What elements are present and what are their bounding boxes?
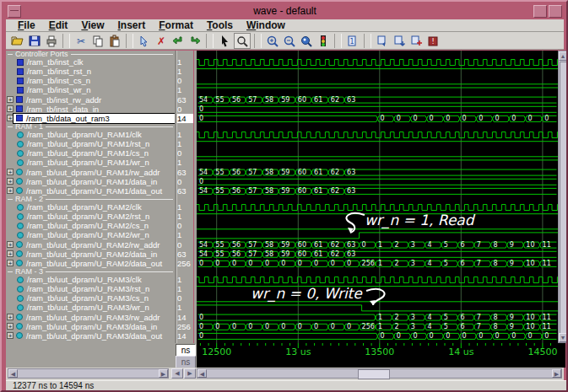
signal-row[interactable]: /ram_tb/uut_dpram/U_RAM2/clk — [6, 202, 175, 212]
signal-row[interactable]: /ram_tb/inst_rst_n — [6, 67, 175, 76]
add-cursor-icon[interactable] — [137, 34, 152, 48]
zoom-out-icon[interactable] — [282, 34, 297, 48]
scroll-down-icon[interactable]: ▼ — [559, 333, 567, 342]
signal-name: /ram_tb/uut_dpram/U_RAM2/clk — [27, 202, 142, 212]
svg-text:0: 0 — [544, 115, 549, 122]
time-ruler[interactable]: 1250013 us1350014 us14500 — [197, 343, 565, 356]
scroll-right-icon[interactable]: ▶ — [159, 369, 168, 378]
vscroll-thumb[interactable] — [560, 62, 568, 334]
signal-row[interactable]: /ram_tb/inst_wr_n — [6, 85, 175, 94]
waveform-canvas[interactable]: 5455565758596061626300000000000005455565… — [197, 51, 558, 343]
group-divider: Controller Ports — [8, 51, 173, 57]
save-icon[interactable] — [27, 34, 42, 48]
expand-icon[interactable]: + — [7, 169, 14, 175]
signal-row[interactable]: +/ram_tb/uut_dpram/U_RAM3/data_in — [6, 322, 175, 331]
svg-text:8: 8 — [493, 323, 497, 330]
menu-window[interactable]: Window — [240, 19, 292, 31]
svg-text:0: 0 — [413, 115, 417, 122]
expand-icon[interactable]: + — [7, 105, 14, 112]
annotation-text: wr_n = 0, Write — [251, 285, 363, 303]
copy-icon[interactable] — [90, 34, 105, 48]
expand-icon[interactable]: + — [7, 115, 14, 121]
zoom-mode-icon[interactable] — [234, 33, 251, 49]
print-icon[interactable] — [44, 34, 59, 48]
expand-icon[interactable]: + — [7, 314, 14, 320]
expand-icon[interactable]: + — [7, 260, 14, 266]
names-horizontal-scrollbar[interactable]: ◀ ▶ — [8, 368, 169, 379]
expand-icon[interactable]: + — [7, 323, 14, 330]
menu-view[interactable]: View — [74, 19, 111, 31]
open-icon[interactable] — [10, 34, 25, 48]
maximize-button[interactable] — [549, 5, 562, 18]
signal-row[interactable]: /ram_tb/uut_dpram/U_RAM2/rst_n — [6, 212, 175, 221]
expand-icon[interactable]: + — [7, 96, 14, 103]
expand-icon[interactable]: + — [7, 187, 14, 194]
signal-value: 256 — [177, 259, 193, 268]
scroll-up-icon[interactable]: ▲ — [559, 51, 567, 61]
title-bar[interactable]: wave - default — [6, 3, 564, 19]
scroll-right-icon[interactable]: ▶ — [552, 369, 561, 378]
signal-row[interactable]: +/ram_tb/inst_data_in — [6, 105, 175, 114]
pane-shrink-icon[interactable]: ◀ — [171, 368, 183, 379]
scroll-left-icon[interactable]: ◀ — [197, 369, 207, 378]
find-next-transition-icon[interactable] — [187, 34, 203, 48]
signal-row[interactable]: /ram_tb/uut_dpram/U_RAM1/clk — [6, 130, 175, 139]
run-all-icon[interactable] — [408, 34, 424, 48]
signal-row[interactable]: +/ram_tb/uut_dpram/U_RAM2/data_in — [6, 250, 175, 259]
svg-text:62: 62 — [331, 187, 339, 195]
cut-icon[interactable]: ✂ — [73, 34, 89, 48]
break-icon[interactable]: ! — [425, 34, 441, 48]
signal-row[interactable]: +/ram_tb/uut_dpram/U_RAM3/data_out — [6, 331, 175, 341]
signal-name-panel[interactable]: Controller Ports/ram_tb/inst_clk/ram_tb/… — [6, 51, 175, 343]
signal-row[interactable]: /ram_tb/uut_dpram/U_RAM3/wr_n — [6, 303, 175, 312]
menu-file[interactable]: File — [11, 19, 42, 31]
signal-row[interactable]: /ram_tb/uut_dpram/U_RAM1/rst_n — [6, 139, 175, 148]
signal-name: /ram_tb/uut_dpram/U_RAM3/cs_n — [27, 293, 149, 303]
signal-row[interactable]: /ram_tb/uut_dpram/U_RAM2/cs_n — [6, 221, 175, 230]
signal-row[interactable]: /ram_tb/uut_dpram/U_RAM3/clk — [6, 275, 175, 284]
zoom-in-icon[interactable] — [265, 34, 280, 48]
signal-row[interactable]: /ram_tb/inst_clk — [6, 57, 175, 67]
expand-icon[interactable]: + — [7, 241, 14, 248]
svg-text:0: 0 — [248, 260, 252, 267]
signal-row[interactable]: /ram_tb/uut_dpram/U_RAM1/wr_n — [6, 158, 175, 167]
expand-icon[interactable]: + — [7, 332, 14, 339]
signal-row[interactable]: /ram_tb/uut_dpram/U_RAM3/cs_n — [6, 293, 175, 303]
signal-row[interactable]: /ram_tb/uut_dpram/U_RAM3/rst_n — [6, 284, 175, 293]
paste-icon[interactable] — [107, 34, 122, 48]
menu-format[interactable]: Format — [152, 19, 200, 31]
scroll-left-icon[interactable]: ◀ — [8, 369, 18, 378]
run-continue-icon[interactable] — [392, 34, 407, 48]
select-mode-icon[interactable] — [217, 34, 232, 48]
svg-text:54: 54 — [199, 250, 208, 258]
minimize-button[interactable] — [533, 5, 547, 18]
toolbar-separator — [334, 34, 342, 48]
svg-text:0: 0 — [463, 115, 467, 122]
pane-grow-icon[interactable]: ▶ — [184, 368, 196, 379]
zoom-full-icon[interactable] — [299, 34, 314, 48]
find-previous-transition-icon[interactable] — [170, 34, 186, 48]
cursor-track[interactable] — [197, 356, 565, 368]
expand-icon[interactable]: + — [7, 178, 14, 185]
signal-row[interactable]: +/ram_tb/uut_dpram/U_RAM2/rw_addr — [6, 240, 175, 250]
run-icon[interactable] — [375, 34, 390, 48]
expand-icon[interactable]: + — [7, 250, 14, 257]
signal-row[interactable]: +/ram_tb/uut_dpram/U_RAM3/rw_addr — [6, 313, 175, 322]
svg-text:0: 0 — [347, 260, 351, 267]
signal-row[interactable]: /ram_tb/inst_cs_n — [6, 76, 175, 85]
signal-stoplight-icon[interactable] — [316, 34, 331, 48]
wave-horizontal-scrollbar[interactable]: ◀ ▶ — [197, 368, 562, 379]
signal-row[interactable]: +/ram_tb/uut_dpram/U_RAM1/rw_addr — [6, 168, 175, 177]
vertical-scrollbar[interactable]: ▲ ▼ — [558, 51, 568, 343]
delete-cursor-icon[interactable]: ✗ — [154, 34, 169, 48]
menu-insert[interactable]: Insert — [111, 19, 153, 31]
hscroll-thumb[interactable] — [358, 369, 390, 379]
signal-row[interactable]: /ram_tb/uut_dpram/U_RAM2/wr_n — [6, 230, 175, 239]
signal-row[interactable]: /ram_tb/uut_dpram/U_RAM1/cs_n — [6, 148, 175, 158]
signal-row[interactable]: +/ram_tb/uut_dpram/U_RAM1/data_in — [6, 177, 175, 186]
svg-text:14500: 14500 — [527, 346, 557, 356]
restart-icon[interactable]: 1 — [345, 34, 360, 48]
menu-tools[interactable]: Tools — [200, 19, 240, 31]
menu-edit[interactable]: Edit — [42, 19, 75, 31]
signal-row[interactable]: +/ram_tb/inst_rw_addr — [6, 95, 175, 105]
